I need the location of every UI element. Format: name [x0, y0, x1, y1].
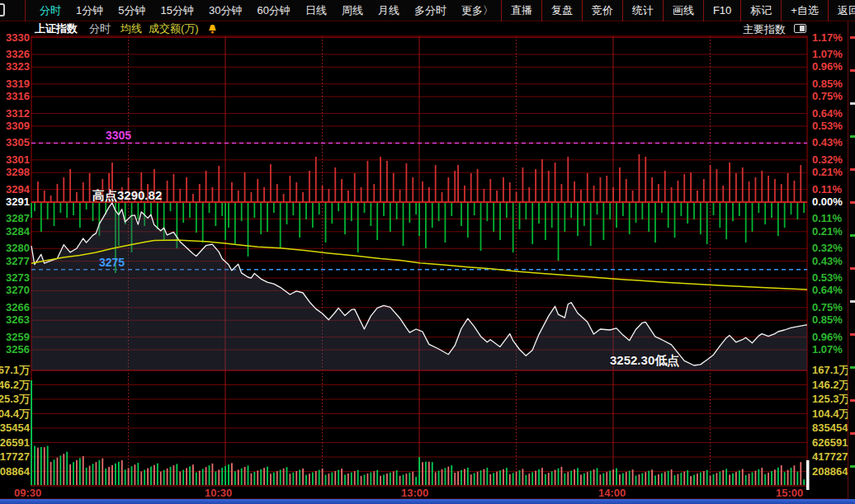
tick-bar-down — [739, 203, 740, 216]
button-标记[interactable]: 标记 — [740, 0, 781, 21]
tick-bar-up — [528, 187, 530, 202]
tick-bar-down — [79, 203, 81, 228]
volume-bar — [761, 468, 763, 485]
time-axis-label[interactable]: 10:30 — [205, 488, 232, 499]
tick-bar-up — [606, 176, 607, 202]
tick-bar-up — [561, 184, 563, 202]
tick-bar-down — [674, 203, 676, 238]
tick-bar-up — [664, 171, 666, 202]
volume-bar — [732, 473, 734, 485]
volume-bar — [700, 473, 701, 485]
tab-5分钟[interactable]: 5分钟 — [111, 0, 153, 21]
volume-bar — [182, 470, 184, 485]
tick-bar-down — [292, 203, 294, 215]
volume-bar — [764, 474, 766, 485]
tick-bar-down — [31, 203, 32, 218]
volume-bar — [528, 473, 530, 485]
right-panel-title[interactable]: 主要指数 — [743, 22, 786, 37]
volume-bar — [173, 465, 175, 485]
percent-axis-label: 0.85% — [812, 78, 843, 90]
button-返回[interactable]: 返回 — [828, 0, 855, 21]
volume-bar — [199, 471, 201, 485]
percent-axis-label: 0.64% — [812, 285, 843, 296]
volume-axis-label-left: 104.4万 — [0, 408, 30, 420]
button-复盘[interactable]: 复盘 — [541, 0, 582, 21]
tick-bar-down — [564, 203, 565, 232]
panel-toggle-icon[interactable] — [794, 24, 806, 33]
volume-bar — [108, 467, 110, 485]
tab-30分钟[interactable]: 30分钟 — [201, 0, 249, 21]
time-axis-label[interactable]: 09:30 — [14, 488, 41, 499]
tab-15分钟[interactable]: 15分钟 — [153, 0, 201, 21]
tab-多分时[interactable]: 多分时 — [407, 0, 454, 21]
volume-bar — [771, 471, 772, 485]
tick-bar-down — [551, 203, 553, 228]
tick-bar-down — [202, 203, 204, 243]
volume-bar — [367, 473, 369, 485]
volume-bar — [354, 471, 356, 485]
tick-bar-down — [170, 203, 172, 211]
tab-1分钟[interactable]: 1分钟 — [68, 0, 111, 21]
volume-bar — [590, 471, 592, 485]
tick-bar-up — [722, 186, 724, 202]
intraday-chart-canvas[interactable] — [0, 0, 855, 504]
volume-bar — [551, 471, 553, 485]
volume-bar — [315, 471, 317, 485]
tick-bar-down — [73, 203, 74, 215]
volume-axis-label-left: 208864 — [0, 466, 30, 478]
volume-bar — [661, 473, 663, 485]
time-axis-label[interactable]: 13:00 — [401, 488, 428, 499]
tab-更多〉[interactable]: 更多〉 — [454, 0, 501, 21]
tick-bar-down — [467, 203, 469, 238]
volume-bar — [396, 470, 398, 485]
button-画线[interactable]: 画线 — [663, 0, 703, 21]
panel-text-fragment — [850, 333, 855, 336]
volume-axis-label-right: 417727 — [812, 451, 848, 463]
volume-bar — [125, 469, 126, 485]
button-竞价[interactable]: 竞价 — [582, 0, 622, 21]
button-F10[interactable]: F10 — [703, 0, 740, 21]
alarm-bell-icon[interactable] — [207, 24, 218, 35]
tick-bar-up — [587, 173, 588, 202]
volume-legend-label[interactable]: 成交额(万) — [149, 21, 199, 36]
button-直播[interactable]: 直播 — [501, 0, 541, 21]
price-axis-label: 3270 — [0, 285, 30, 296]
tab-分时[interactable]: 分时 — [32, 0, 68, 21]
volume-bar — [167, 469, 168, 485]
tick-bar-down — [47, 203, 49, 219]
volume-axis-label-right: 125.3万 — [812, 393, 850, 405]
ma-legend-label[interactable]: 均线 — [120, 21, 142, 36]
volume-bar — [409, 473, 410, 485]
volume-bar — [791, 468, 792, 485]
tab-60分钟[interactable]: 60分钟 — [249, 0, 297, 21]
tick-bar-up — [800, 165, 801, 202]
tick-bar-up — [186, 177, 187, 202]
tick-bar-down — [725, 203, 727, 239]
tab-周线[interactable]: 周线 — [334, 0, 371, 21]
button-+自选[interactable]: +自选 — [781, 0, 828, 21]
tick-bar-up — [574, 181, 575, 202]
time-axis-label[interactable]: 15:00 — [776, 488, 803, 499]
volume-bar — [135, 464, 136, 485]
button-统计[interactable]: 统计 — [622, 0, 663, 21]
tab-日线[interactable]: 日线 — [298, 0, 334, 21]
volume-bar — [341, 469, 342, 485]
volume-bar — [548, 473, 550, 485]
tick-bar-up — [44, 191, 45, 202]
tick-bar-down — [577, 203, 579, 236]
tick-bar-down — [331, 203, 333, 224]
tick-bar-up — [503, 177, 504, 202]
volume-bar — [522, 469, 524, 485]
tick-bar-up — [283, 194, 285, 202]
tab-月线[interactable]: 月线 — [371, 0, 407, 21]
symbol-name[interactable]: 上证指数 — [35, 21, 78, 36]
volume-bar — [102, 459, 103, 485]
volume-bar — [477, 472, 479, 485]
tick-bar-up — [555, 163, 556, 202]
volume-bar — [59, 455, 61, 485]
tick-bar-up — [422, 181, 423, 202]
time-axis-label[interactable]: 14:00 — [598, 488, 626, 499]
tick-bar-down — [493, 203, 494, 232]
volume-bar — [541, 468, 543, 485]
volume-bar — [664, 472, 666, 485]
